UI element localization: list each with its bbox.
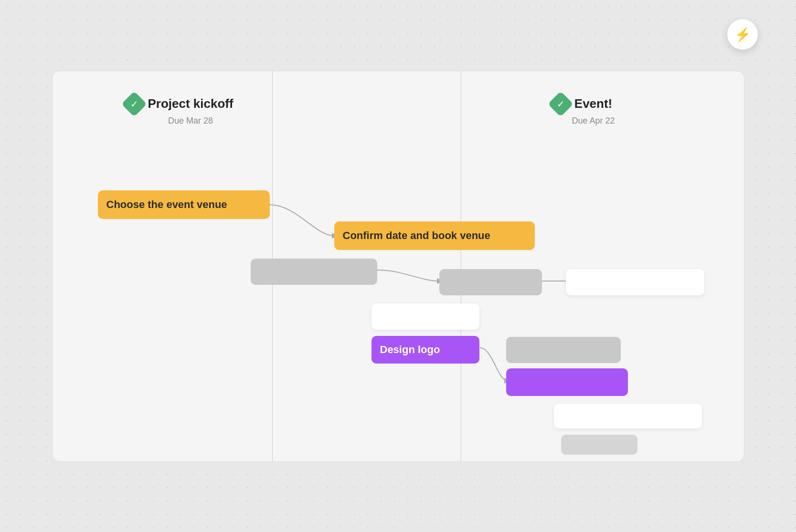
event-check-badge: ✓: [548, 91, 573, 117]
event-due: Due Apr 22: [572, 116, 615, 126]
task-design-logo[interactable]: Design logo: [371, 336, 479, 364]
task-confirm-venue[interactable]: Confirm date and book venue: [334, 221, 535, 250]
kickoff-due: Due Mar 28: [168, 116, 213, 126]
milestone-event-header: ✓ Event!: [552, 95, 612, 113]
milestone-line-2: [461, 71, 461, 461]
task-white-3[interactable]: [554, 404, 702, 428]
event-title: Event!: [574, 96, 612, 111]
task-gray-4[interactable]: [561, 435, 637, 455]
milestone-kickoff: ✓ Project kickoff Due Mar 28: [125, 95, 233, 126]
milestone-event: ✓ Event! Due Apr 22: [549, 95, 615, 126]
milestone-kickoff-header: ✓ Project kickoff: [125, 95, 233, 113]
task-purple-2[interactable]: [506, 368, 628, 396]
task-choose-venue[interactable]: Choose the event venue: [98, 190, 270, 219]
main-card: ✓ Project kickoff Due Mar 28 ✓ Event! Du…: [52, 71, 744, 462]
kickoff-check-badge: ✓: [121, 91, 147, 117]
lightning-button[interactable]: ⚡: [727, 19, 758, 50]
task-gray-2[interactable]: [439, 269, 542, 295]
task-white-1[interactable]: [566, 269, 704, 295]
task-gray-3[interactable]: [506, 337, 621, 363]
task-white-2[interactable]: [371, 303, 479, 330]
lightning-icon: ⚡: [734, 27, 751, 42]
connector-lines: [53, 71, 744, 461]
kickoff-title: Project kickoff: [148, 96, 233, 111]
task-gray-1[interactable]: [251, 259, 377, 285]
